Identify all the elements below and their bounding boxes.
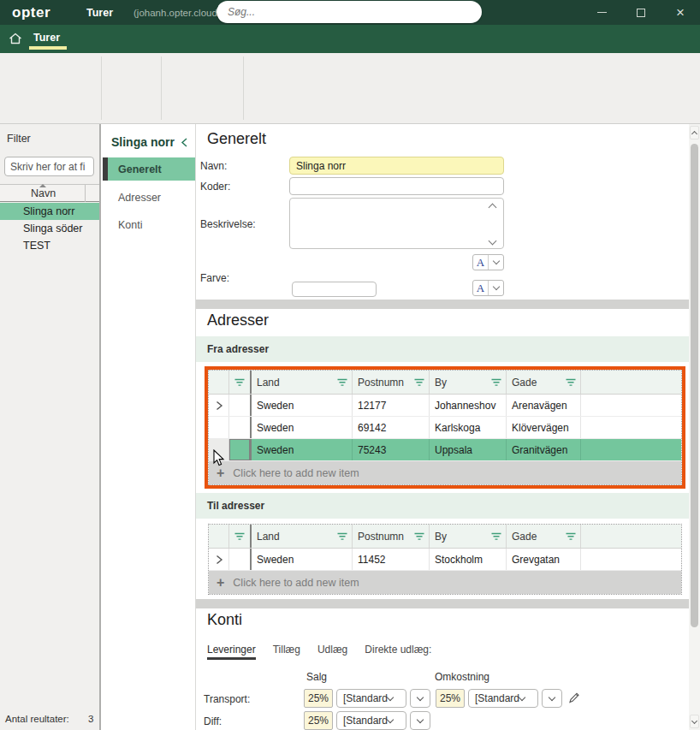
row-expander[interactable] — [209, 549, 229, 570]
beskrivelse-textarea[interactable] — [289, 198, 504, 249]
tab-turer[interactable]: Turer — [31, 30, 62, 45]
filter-search-input[interactable] — [4, 157, 94, 176]
dropdown-value: [Standard — [475, 692, 519, 704]
navn-input[interactable] — [289, 157, 504, 175]
maximize-icon — [637, 9, 645, 17]
diff-salg-pct-input[interactable] — [304, 711, 333, 730]
koder-input[interactable] — [289, 177, 504, 195]
cell-land[interactable]: Sweden — [252, 417, 353, 438]
cell-gade[interactable]: Klövervägen — [507, 417, 581, 438]
cell-postnummer[interactable]: 75243 — [353, 439, 430, 460]
filter-icon[interactable] — [566, 378, 576, 387]
chevron-down-icon[interactable] — [489, 255, 503, 270]
tab-udlaeg[interactable]: Udlæg — [317, 644, 347, 660]
scroll-down-button[interactable] — [690, 715, 699, 728]
vertical-scrollbar[interactable] — [689, 124, 700, 730]
row-expander[interactable] — [209, 417, 229, 438]
font-color-button-1[interactable]: A — [472, 254, 504, 270]
chevron-down-icon[interactable] — [489, 281, 503, 295]
transport-omk-pct-input[interactable] — [436, 689, 465, 708]
section-link-konti[interactable]: Konti — [103, 213, 195, 236]
transport-omk-konto-dropdown[interactable]: [Standard — [468, 689, 538, 708]
cell-by[interactable]: Stockholm — [430, 549, 507, 570]
font-color-button-2[interactable]: A — [472, 280, 504, 296]
filter-list-header[interactable]: Navn — [0, 184, 99, 202]
konti-tabs: Leveringer Tillæg Udlæg Direkte udlæg: — [207, 644, 431, 660]
column-header-postnummer[interactable]: Postnumn — [353, 371, 430, 394]
transport-salg-konto-dropdown[interactable]: [Standard — [336, 689, 406, 708]
column-header-land[interactable]: Land — [252, 525, 353, 548]
list-item-slinga-soder[interactable]: Slinga söder — [0, 220, 99, 237]
column-header-by[interactable]: By — [430, 525, 507, 548]
cell-postnummer[interactable]: 12177 — [353, 395, 430, 416]
active-section-bar — [103, 157, 108, 181]
filter-icon — [234, 532, 245, 541]
cell-by[interactable]: Uppsala — [430, 439, 507, 460]
diff-salg-konto-dropdown[interactable]: [Standard — [336, 711, 406, 730]
cell-gade[interactable]: Grevgatan — [507, 549, 581, 570]
cell-by[interactable]: Karlskoga — [430, 417, 507, 438]
chevron-up-icon[interactable] — [489, 202, 500, 209]
tab-tillaeg[interactable]: Tillæg — [273, 644, 300, 660]
minimize-button[interactable] — [582, 0, 621, 25]
farve-input[interactable] — [292, 282, 377, 297]
row-expander[interactable] — [209, 395, 229, 416]
cell-land[interactable]: Sweden — [252, 439, 353, 460]
home-icon[interactable] — [8, 31, 23, 50]
cell-by[interactable]: Johanneshov — [430, 395, 507, 416]
list-item-slinga-norr[interactable]: Slinga norr — [0, 203, 99, 220]
column-header-postnummer[interactable]: Postnumn — [353, 525, 430, 548]
table-row[interactable]: Sweden 12177 Johanneshov Arenavägen — [209, 395, 681, 417]
cell-postnummer[interactable]: 11452 — [353, 549, 430, 570]
table-row-selected[interactable]: Sweden 75243 Uppsala Granitvägen — [209, 439, 681, 461]
chevron-down-icon[interactable] — [489, 238, 500, 245]
collapse-panel-button[interactable] — [179, 136, 190, 151]
filter-icon[interactable] — [414, 378, 424, 387]
filter-icon[interactable] — [337, 532, 347, 541]
pencil-icon — [567, 691, 581, 704]
cell-land[interactable]: Sweden — [252, 549, 353, 570]
close-button[interactable]: × — [661, 0, 700, 25]
cell-gade[interactable]: Arenavägen — [507, 395, 581, 416]
table-row[interactable]: Sweden 69142 Karlskoga Klövervägen — [209, 417, 681, 439]
tab-direkte-udlaeg[interactable]: Direkte udlæg: — [365, 644, 431, 660]
cell-gade[interactable]: Granitvägen — [507, 439, 581, 460]
result-count-value: 3 — [88, 714, 93, 724]
filter-icon[interactable] — [414, 532, 424, 541]
diff-salg-expand-button[interactable] — [410, 711, 430, 730]
section-link-generelt[interactable]: Generelt — [103, 157, 195, 181]
transport-omk-expand-button[interactable] — [542, 689, 562, 708]
table-header-row: Land Postnumn By Gade — [209, 371, 681, 395]
indicator-column-header[interactable] — [229, 525, 252, 548]
indicator-column-header[interactable] — [229, 371, 252, 394]
filter-icon[interactable] — [491, 532, 501, 541]
list-item-test[interactable]: TEST — [0, 237, 99, 254]
global-search-input[interactable] — [228, 6, 459, 18]
column-header-gade[interactable]: Gade — [507, 371, 581, 394]
cell-postnummer[interactable]: 69142 — [353, 417, 430, 438]
filter-icon[interactable] — [566, 532, 576, 541]
til-adresser-band: Til adresser — [196, 493, 689, 519]
transport-salg-expand-button[interactable] — [410, 689, 430, 708]
cell-land[interactable]: Sweden — [252, 395, 353, 416]
tab-leveringer[interactable]: Leveringer — [207, 644, 256, 660]
edit-pencil-button[interactable] — [567, 691, 581, 708]
filter-icon — [234, 378, 245, 387]
add-new-item-row[interactable]: + Click here to add new item — [209, 461, 681, 484]
column-header-land[interactable]: Land — [252, 371, 353, 394]
filter-icon[interactable] — [337, 378, 347, 387]
fra-adresser-label: Fra adresser — [207, 343, 269, 355]
scroll-up-button[interactable] — [690, 126, 699, 139]
mouse-cursor — [213, 449, 225, 467]
add-new-item-row[interactable]: + Click here to add new item — [209, 571, 681, 594]
table-row[interactable]: Sweden 11452 Stockholm Grevgatan — [209, 549, 681, 571]
maximize-button[interactable] — [621, 0, 661, 25]
filter-icon[interactable] — [491, 378, 501, 387]
filter-title: Filter — [7, 133, 31, 145]
section-link-adresser[interactable]: Adresser — [103, 186, 195, 209]
transport-salg-pct-input[interactable] — [304, 689, 333, 708]
global-search[interactable] — [217, 1, 482, 23]
column-header-gade[interactable]: Gade — [507, 525, 581, 548]
column-header-by[interactable]: By — [430, 371, 507, 394]
scrollbar-thumb[interactable] — [691, 144, 698, 627]
